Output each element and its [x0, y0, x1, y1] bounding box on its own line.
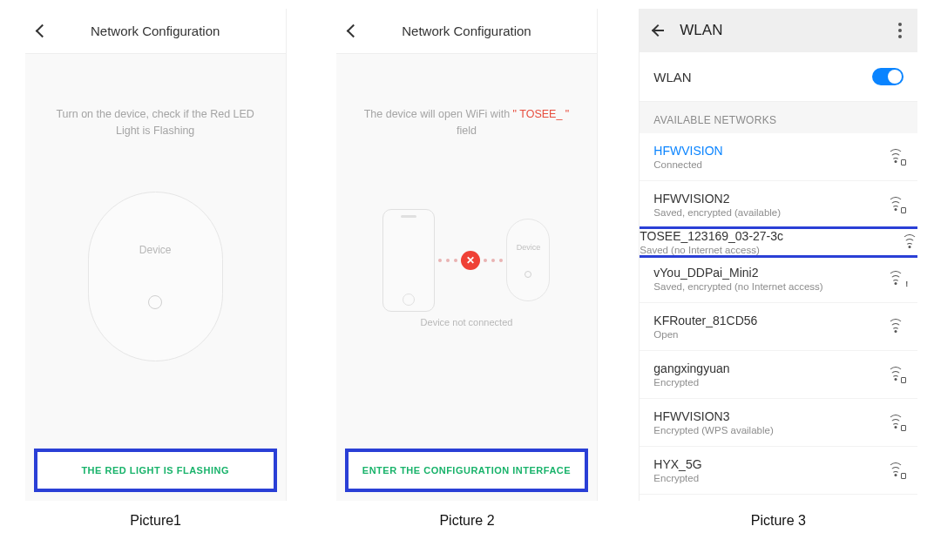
wifi-icon	[888, 320, 904, 333]
device-icon: Device	[506, 219, 550, 301]
network-status: Encrypted	[653, 377, 729, 388]
network-row[interactable]: HFWVISIONConnected	[640, 133, 917, 181]
more-icon[interactable]	[895, 19, 905, 42]
network-status: Connected	[653, 159, 722, 170]
network-name: HFWVISION2	[653, 192, 781, 206]
picture2-screen: Network Configuration The device will op…	[336, 9, 598, 501]
network-status: Encrypted	[653, 473, 701, 483]
page-title: Network Configuration	[25, 24, 286, 38]
three-picture-row: Network Configuration Turn on the device…	[0, 0, 934, 560]
picture1-caption: Picture1	[130, 513, 181, 529]
network-status: Saved (no Internet access)	[640, 245, 783, 255]
network-info: HYX_5GEncrypted	[653, 457, 701, 483]
not-connected-text: Device not connected	[336, 317, 597, 327]
network-info: TOSEE_123169_03-27-3cSaved (no Internet …	[640, 229, 783, 255]
picture2-caption: Picture 2	[439, 513, 494, 529]
instruction-suffix: field	[457, 125, 477, 137]
network-name: vYou_DDPai_Mini2	[653, 266, 822, 280]
instruction-text: The device will open WiFi with " TOSEE_ …	[336, 106, 597, 139]
network-row[interactable]: vYou_DDPai_Mini2Saved, encrypted (no Int…	[640, 255, 917, 303]
picture1-col: Network Configuration Turn on the device…	[0, 9, 311, 560]
wifi-icon	[888, 151, 904, 163]
network-info: gangxingyuanEncrypted	[653, 361, 729, 388]
network-name: HYX_5G	[653, 457, 701, 471]
back-arrow-icon[interactable]	[652, 24, 664, 37]
device-led-icon	[525, 271, 531, 278]
wlan-toggle-label: WLAN	[653, 70, 691, 84]
picture3-col: WLAN WLAN AVAILABLE NETWORKS HFWVISIONCo…	[623, 9, 934, 560]
cta-highlight-box: ENTER THE CONFIGURATION INTERFACE	[345, 449, 588, 492]
page-title: Network Configuration	[336, 24, 597, 38]
device-label: Device	[139, 244, 172, 256]
network-status: Saved, encrypted (no Internet access)	[653, 281, 822, 292]
wifi-icon: !	[888, 273, 904, 285]
cta-highlight-box: THE RED LIGHT IS FLASHING	[34, 449, 277, 492]
instruction-prefix: The device will open WiFi with	[364, 108, 513, 120]
wifi-icon	[888, 368, 904, 381]
device-led-icon	[148, 295, 162, 309]
enter-config-button[interactable]: ENTER THE CONFIGURATION INTERFACE	[349, 452, 585, 489]
picture3-screen: WLAN WLAN AVAILABLE NETWORKS HFWVISIONCo…	[639, 9, 917, 501]
network-name: TOSEE_123169_03-27-3c	[640, 229, 783, 243]
network-info: KFRouter_81CD56Open	[653, 314, 757, 340]
device-illustration: Device	[88, 192, 223, 361]
wifi-icon	[888, 416, 904, 428]
network-info: HFWVISION3Encrypted (WPS available)	[653, 409, 773, 435]
network-name: HFWVISION3	[653, 409, 773, 423]
dots-right	[484, 259, 503, 262]
instruction-highlight: " TOSEE_ "	[513, 108, 570, 120]
network-info: vYou_DDPai_Mini2Saved, encrypted (no Int…	[653, 266, 822, 292]
red-light-flashing-button[interactable]: THE RED LIGHT IS FLASHING	[37, 452, 274, 489]
instruction-text: Turn on the device, check if the Red LED…	[25, 106, 286, 139]
wlan-toggle-row: WLAN	[640, 52, 917, 102]
picture1-screen: Network Configuration Turn on the device…	[25, 9, 287, 501]
network-status: Encrypted (WPS available)	[653, 425, 773, 435]
network-row[interactable]: TOSEE_123169_03-27-3cSaved (no Internet …	[639, 226, 917, 258]
wlan-header-left: WLAN	[652, 22, 722, 39]
not-connected-icon: ✕	[461, 251, 480, 270]
nav-header: Network Configuration	[25, 9, 286, 54]
network-info: HFWVISION2Saved, encrypted (available)	[653, 192, 781, 218]
network-status: Saved, encrypted (available)	[653, 207, 781, 218]
wifi-icon	[888, 464, 904, 476]
wifi-icon: !	[902, 236, 917, 248]
picture2-col: Network Configuration The device will op…	[311, 9, 622, 560]
network-info: HFWVISIONConnected	[653, 144, 722, 170]
dots-left	[438, 259, 457, 262]
network-row[interactable]: gangxingyuanEncrypted	[640, 351, 917, 399]
wlan-title: WLAN	[680, 22, 722, 39]
network-row[interactable]: KFRouter_81CD56Open	[640, 303, 917, 351]
wlan-header: WLAN	[640, 9, 917, 52]
network-list: HFWVISIONConnectedHFWVISION2Saved, encry…	[640, 133, 917, 495]
picture3-caption: Picture 3	[751, 513, 806, 529]
available-networks-label: AVAILABLE NETWORKS	[640, 102, 917, 133]
nav-header: Network Configuration	[336, 9, 597, 54]
network-name: gangxingyuan	[653, 361, 729, 375]
network-row[interactable]: HFWVISION3Encrypted (WPS available)	[640, 399, 917, 447]
network-name: HFWVISION	[653, 144, 722, 158]
network-status: Open	[653, 329, 757, 340]
device-label: Device	[517, 243, 541, 252]
wlan-toggle[interactable]	[872, 68, 904, 85]
network-name: KFRouter_81CD56	[653, 314, 757, 327]
network-row[interactable]: HYX_5GEncrypted	[640, 447, 917, 495]
connection-illustration: ✕ Device	[353, 209, 579, 312]
wifi-icon	[888, 199, 904, 211]
network-row[interactable]: HFWVISION2Saved, encrypted (available)	[640, 181, 917, 229]
phone-icon	[382, 209, 435, 312]
